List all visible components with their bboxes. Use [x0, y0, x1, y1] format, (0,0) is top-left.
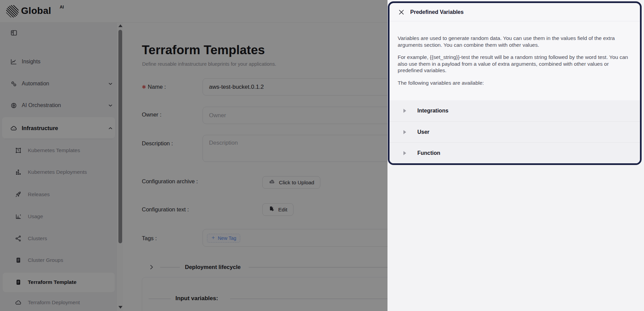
panel-paragraph: Variables are used to generate random da… — [398, 35, 632, 48]
panel-title: Predefined Variables — [410, 9, 463, 15]
panel-paragraph: For example, {{set_string}}-test the res… — [398, 54, 632, 74]
variable-sections-list: Integrations User Function — [390, 100, 640, 163]
variable-section-function[interactable]: Function — [390, 142, 640, 163]
caret-right-icon — [403, 130, 406, 134]
variable-section-label: User — [417, 129, 430, 135]
variable-section-label: Function — [417, 150, 440, 156]
app-root: Global AI Insights Automation AI Orchest… — [0, 0, 644, 311]
variable-section-user[interactable]: User — [390, 121, 640, 142]
modal-dim-overlay[interactable] — [0, 0, 387, 311]
close-icon[interactable] — [398, 9, 405, 16]
predefined-variables-panel: Predefined Variables Variables are used … — [388, 1, 642, 165]
panel-body: Variables are used to generate random da… — [390, 21, 640, 86]
variable-section-label: Integrations — [417, 108, 449, 114]
panel-header: Predefined Variables — [390, 3, 640, 21]
panel-paragraph: The following variables are available: — [398, 80, 632, 86]
predefined-variables-drawer: Predefined Variables Variables are used … — [387, 0, 644, 311]
caret-right-icon — [403, 151, 406, 155]
variable-section-integrations[interactable]: Integrations — [390, 100, 640, 121]
caret-right-icon — [403, 109, 406, 113]
